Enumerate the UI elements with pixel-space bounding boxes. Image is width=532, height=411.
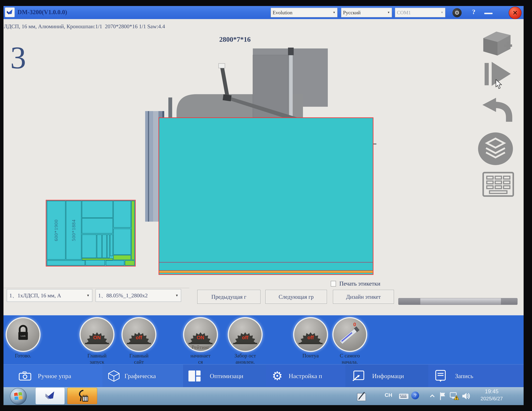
- chevron-down-icon: ▼: [387, 11, 390, 14]
- material-dropdown[interactable]: 1、1хЛДСП, 16 мм, А ▼: [7, 289, 92, 302]
- profile-dropdown[interactable]: Evolution ▼: [271, 8, 337, 17]
- show-hidden-icons-chevron[interactable]: [429, 393, 436, 398]
- waste-strip: [132, 201, 134, 260]
- language-indicator[interactable]: CH: [385, 392, 392, 398]
- piece: [82, 234, 96, 258]
- print-label-checkbox[interactable]: [331, 281, 336, 287]
- label-design-button[interactable]: Дизайн этикет: [333, 290, 394, 304]
- language-dropdown-value: Русский: [343, 10, 361, 16]
- monitor-photo: DM-3200(V1.0.0.0) Evolution ▼ Русский ▼ …: [0, 0, 532, 411]
- nav-information[interactable]: Информаци: [345, 364, 428, 387]
- status-button-ready[interactable]: Lock Готово.: [5, 318, 41, 359]
- tablet-input-tray-icon[interactable]: [357, 390, 367, 402]
- cube-icon: [108, 370, 120, 382]
- keyboard-icon[interactable]: [482, 168, 514, 200]
- piece: [82, 201, 113, 218]
- piece: [102, 234, 107, 258]
- status-button-main-start[interactable]: ON Главный запуск: [79, 318, 115, 365]
- windows-flag-icon: [14, 392, 23, 401]
- piece: [113, 201, 131, 228]
- piece: [110, 234, 113, 256]
- action-center-flag-icon[interactable]: [439, 392, 446, 401]
- time: 19:45: [471, 388, 512, 394]
- next-group-button[interactable]: Следующая гр: [265, 290, 327, 304]
- piece: [107, 234, 110, 258]
- previous-group-button[interactable]: Предыдущая г: [197, 290, 260, 304]
- state-zero: 0: [353, 322, 356, 327]
- pattern-dropdown-value: 1、88.05%_1_2800x2: [98, 292, 148, 299]
- minimize-button[interactable]: [484, 13, 493, 14]
- status-label: Готово.: [5, 353, 41, 359]
- status-label: Главный сайт: [121, 353, 157, 365]
- taskbar-app-dm3200[interactable]: [36, 388, 65, 404]
- saw-circle[interactable]: off: [229, 318, 262, 351]
- piece: 500*1884: [66, 201, 81, 260]
- scrollbar-thumb[interactable]: [399, 298, 420, 305]
- scrollbar-end[interactable]: [501, 298, 517, 305]
- status-button-rating[interactable]: ON Рейтинг начинает ся: [182, 318, 218, 365]
- chevron-down-icon: ▼: [441, 11, 443, 14]
- nav-graphics[interactable]: Графическа: [103, 364, 183, 387]
- piece: [82, 218, 113, 234]
- taskbar-app-active[interactable]: [67, 388, 97, 404]
- status-label: С самого начала.: [332, 353, 368, 365]
- chevron-down-icon: ▼: [333, 11, 335, 14]
- start-button[interactable]: [10, 388, 27, 405]
- piece: 600*1900: [47, 201, 66, 260]
- nav-label: Оптимизаци: [210, 372, 243, 380]
- piece-label: 600*1900: [53, 219, 59, 241]
- title-bar: DM-3200(V1.0.0.0) Evolution ▼ Русский ▼ …: [3, 6, 524, 19]
- state-text: off: [294, 335, 327, 340]
- saw-circle[interactable]: ON Рейтинг: [184, 318, 217, 351]
- speaker-icon[interactable]: [462, 392, 470, 401]
- keyboard-tray-icon[interactable]: [399, 393, 409, 399]
- com-port-dropdown[interactable]: COM1 ▼: [395, 8, 445, 17]
- status-button-fence[interactable]: off Забор ост ановлен.: [227, 318, 263, 365]
- window-arrow-icon: [352, 370, 364, 382]
- help-tray-icon[interactable]: ?: [411, 392, 419, 399]
- status-bar: Lock Готово. ON Главный запуск: [3, 315, 524, 364]
- saw-circle[interactable]: ON: [81, 318, 113, 351]
- help-button[interactable]: ?: [472, 8, 475, 16]
- waste-block: [113, 255, 131, 260]
- job-info-line: ЛДСП, 16 мм, Алюминий, Кроношпан:1/1 207…: [4, 23, 165, 29]
- piece: [106, 260, 124, 265]
- tool-app-icon: [76, 389, 89, 402]
- close-button[interactable]: ✕: [509, 7, 522, 19]
- gear-icon: ⚙: [272, 370, 283, 382]
- saw-circle[interactable]: off: [294, 318, 327, 351]
- sheet-number: 3: [10, 42, 26, 74]
- status-button-pontua[interactable]: off Понтуа: [293, 318, 329, 359]
- app-logo-icon: [44, 390, 56, 402]
- language-dropdown[interactable]: Русский ▼: [341, 8, 392, 17]
- nav-record[interactable]: Запись: [428, 364, 524, 387]
- network-warning-icon[interactable]: [450, 392, 459, 401]
- tray-clock[interactable]: 19:45 2025/6/27: [471, 388, 512, 402]
- chevron-down-icon: ▼: [175, 294, 179, 297]
- nav-settings[interactable]: ⚙ Настройка п: [266, 364, 345, 387]
- status-button-restart[interactable]: 0 0 С самого начала.: [332, 318, 368, 365]
- window-title: DM-3200(V1.0.0.0): [18, 9, 67, 16]
- status-button-main-saw[interactable]: off Главный сайт: [121, 318, 157, 365]
- settings-gear-button[interactable]: ⚙: [452, 8, 462, 17]
- nav-manual-control[interactable]: Ручное упра: [3, 364, 103, 387]
- piece: [47, 260, 85, 265]
- board: [149, 111, 153, 222]
- camera-icon: [19, 371, 31, 381]
- saw-circle[interactable]: off: [123, 318, 155, 351]
- cutting-layout-preview[interactable]: 600*1900 500*1884: [46, 200, 136, 266]
- state-text: ON: [184, 335, 217, 340]
- piece: [86, 260, 105, 265]
- horizontal-scrollbar[interactable]: [398, 298, 518, 305]
- main-nav: Ручное упра Графическа Оптимизаци ⚙ Наст…: [3, 364, 524, 387]
- add-panel-icon[interactable]: [480, 30, 513, 58]
- layers-icon[interactable]: [477, 132, 513, 166]
- workpiece-panel[interactable]: [159, 117, 373, 275]
- overlay-text: Рейтинг: [182, 344, 219, 350]
- nav-optimization[interactable]: Оптимизаци: [183, 364, 266, 387]
- lock-circle[interactable]: Lock: [7, 318, 39, 351]
- blade-circle[interactable]: 0 0: [333, 318, 366, 351]
- nav-label: Запись: [455, 372, 473, 380]
- pattern-dropdown[interactable]: 1、88.05%_1_2800x2 ▼: [95, 289, 181, 302]
- undo-back-icon[interactable]: [481, 97, 513, 124]
